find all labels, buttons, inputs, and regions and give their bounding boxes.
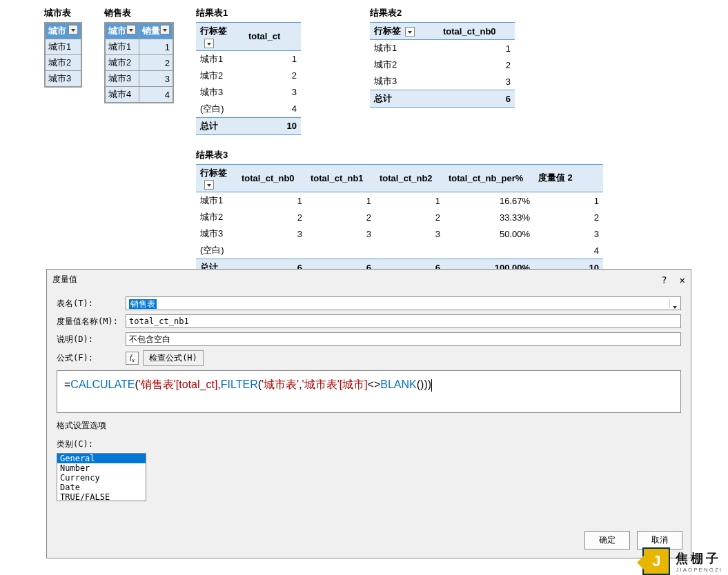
category-item[interactable]: Date <box>57 483 146 492</box>
dropdown-icon[interactable] <box>68 25 78 34</box>
result2-title: 结果表2 <box>370 7 515 19</box>
city-cell[interactable]: 城市1 <box>46 39 81 55</box>
pivot-cell[interactable]: 城市1 <box>196 192 237 210</box>
dropdown-icon[interactable] <box>160 25 170 34</box>
category-label: 类别(C): <box>57 438 681 450</box>
pivot-rowlabel-header[interactable]: 行标签 <box>196 23 244 51</box>
sales-cell[interactable]: 城市4 <box>106 87 139 103</box>
pivot-value-header[interactable]: total_ct <box>244 23 301 51</box>
pivot-cell[interactable]: 2 <box>534 209 603 225</box>
sales-cell[interactable]: 城市2 <box>106 55 139 71</box>
measure-name-input[interactable] <box>126 314 681 328</box>
measure-dialog: 度量值 ? ✕ 表名(T): 销售表 度量值名称(M): 说明(D): 公式(F… <box>46 269 691 558</box>
category-item[interactable]: TRUE/FALSE <box>57 492 146 501</box>
sales-cell[interactable]: 4 <box>139 87 173 103</box>
pivot-cell[interactable] <box>306 242 375 259</box>
measure-name-label: 度量值名称(M): <box>57 316 126 327</box>
result2-block: 结果表2 行标签 total_ct_nb0 城市11 城市22 城市33 总计6 <box>370 7 515 135</box>
pivot-cell[interactable]: 2 <box>439 57 515 73</box>
pivot-cell[interactable]: 3 <box>306 225 375 242</box>
chevron-down-icon[interactable] <box>669 299 679 308</box>
sales-cell[interactable]: 1 <box>139 39 173 55</box>
pivot-cell[interactable]: 城市1 <box>370 40 439 57</box>
pivot-rowlabel-header[interactable]: 行标签 <box>196 164 237 192</box>
dialog-title: 度量值 <box>52 274 77 285</box>
category-listbox[interactable]: General Number Currency Date TRUE/FALSE <box>57 453 146 501</box>
pivot-cell[interactable] <box>237 242 306 259</box>
table-name-combo[interactable]: 销售表 <box>126 296 681 310</box>
pivot-header[interactable]: total_ct_nb1 <box>306 164 375 192</box>
pivot-cell[interactable]: 城市3 <box>196 84 244 101</box>
pivot-cell[interactable]: 33.33% <box>444 209 534 225</box>
close-icon[interactable]: ✕ <box>680 274 685 285</box>
cancel-button[interactable]: 取消 <box>637 531 682 549</box>
pivot-cell[interactable]: 城市2 <box>196 209 237 225</box>
pivot-cell[interactable]: 50.00% <box>444 225 534 242</box>
dropdown-icon[interactable] <box>204 180 214 190</box>
dropdown-icon[interactable] <box>405 27 415 37</box>
help-icon[interactable]: ? <box>661 274 667 285</box>
pivot-header[interactable]: total_ct_nb2 <box>375 164 444 192</box>
city-table-title: 城市表 <box>44 7 82 19</box>
pivot-cell[interactable]: 1 <box>244 50 301 68</box>
pivot-cell[interactable]: 1 <box>534 192 603 210</box>
pivot-cell[interactable]: (空白) <box>196 101 244 118</box>
pivot-cell[interactable]: 城市3 <box>370 73 439 90</box>
sales-cell[interactable]: 3 <box>139 71 173 87</box>
pivot-cell[interactable]: 1 <box>306 192 375 210</box>
formula-input[interactable]: =CALCULATE('销售表'[total_ct],FILTER('城市表',… <box>57 370 681 413</box>
pivot-cell[interactable]: 3 <box>244 84 301 101</box>
pivot-cell[interactable]: 3 <box>439 73 515 90</box>
city-cell[interactable]: 城市2 <box>46 55 81 71</box>
sales-header-city[interactable]: 城市 <box>106 23 139 39</box>
result3-pivot: 行标签 total_ct_nb0 total_ct_nb1 total_ct_n… <box>196 164 603 277</box>
description-input[interactable] <box>126 332 681 346</box>
city-cell[interactable]: 城市3 <box>46 71 81 87</box>
watermark: J 焦棚子 JIAOPENGZI <box>642 547 722 575</box>
pivot-value-header[interactable]: total_ct_nb0 <box>439 23 515 40</box>
category-item[interactable]: Currency <box>57 473 146 483</box>
watermark-py: JIAOPENGZI <box>676 567 722 573</box>
pivot-cell[interactable]: 2 <box>244 68 301 84</box>
check-formula-button[interactable]: 检查公式(H) <box>143 350 204 366</box>
pivot-cell[interactable]: 1 <box>439 40 515 57</box>
pivot-cell[interactable]: 城市2 <box>196 68 244 84</box>
pivot-cell[interactable]: 城市3 <box>196 225 237 242</box>
pivot-cell[interactable]: 2 <box>375 209 444 225</box>
pivot-cell[interactable]: 3 <box>237 225 306 242</box>
pivot-cell[interactable]: 城市1 <box>196 50 244 68</box>
category-item[interactable]: Number <box>57 463 146 473</box>
pivot-cell[interactable]: 4 <box>244 101 301 118</box>
pivot-cell[interactable]: 4 <box>534 242 603 259</box>
pivot-header[interactable]: total_ct_nb_per% <box>444 164 534 192</box>
sales-cell[interactable]: 城市3 <box>106 71 139 87</box>
pivot-header[interactable]: 度量值 2 <box>534 164 603 192</box>
result1-block: 结果表1 行标签 total_ct 城市11 城市22 城市33 (空白)4 总… <box>196 7 301 135</box>
ok-button[interactable]: 确定 <box>584 531 630 549</box>
city-table-block: 城市表 城市 城市1 城市2 城市3 <box>44 7 82 88</box>
sales-cell[interactable]: 城市1 <box>106 39 139 55</box>
dropdown-icon[interactable] <box>126 25 136 34</box>
pivot-cell[interactable]: 1 <box>375 192 444 210</box>
pivot-cell[interactable] <box>444 242 534 259</box>
pivot-cell[interactable]: 3 <box>534 225 603 242</box>
pivot-cell[interactable]: 城市2 <box>370 57 439 73</box>
pivot-cell[interactable]: 2 <box>237 209 306 225</box>
pivot-cell[interactable]: (空白) <box>196 242 237 259</box>
pivot-rowlabel-header[interactable]: 行标签 <box>370 23 439 40</box>
category-item[interactable]: General <box>57 454 146 463</box>
sales-cell[interactable]: 2 <box>139 55 173 71</box>
dropdown-icon[interactable] <box>204 39 214 48</box>
pivot-cell[interactable]: 3 <box>375 225 444 242</box>
pivot-header[interactable]: total_ct_nb0 <box>237 164 306 192</box>
sales-table-block: 销售表 城市 销量 城市11 城市22 城市33 城市44 <box>104 7 174 103</box>
fx-button[interactable]: fx <box>126 352 139 365</box>
pivot-cell[interactable] <box>375 242 444 259</box>
pivot-cell[interactable]: 16.67% <box>444 192 534 210</box>
pivot-cell[interactable]: 2 <box>306 209 375 225</box>
sales-table: 城市 销量 城市11 城市22 城市33 城市44 <box>105 23 173 103</box>
description-label: 说明(D): <box>57 334 126 345</box>
sales-header-qty[interactable]: 销量 <box>139 23 173 39</box>
pivot-cell[interactable]: 1 <box>237 192 306 210</box>
city-header[interactable]: 城市 <box>46 23 81 39</box>
